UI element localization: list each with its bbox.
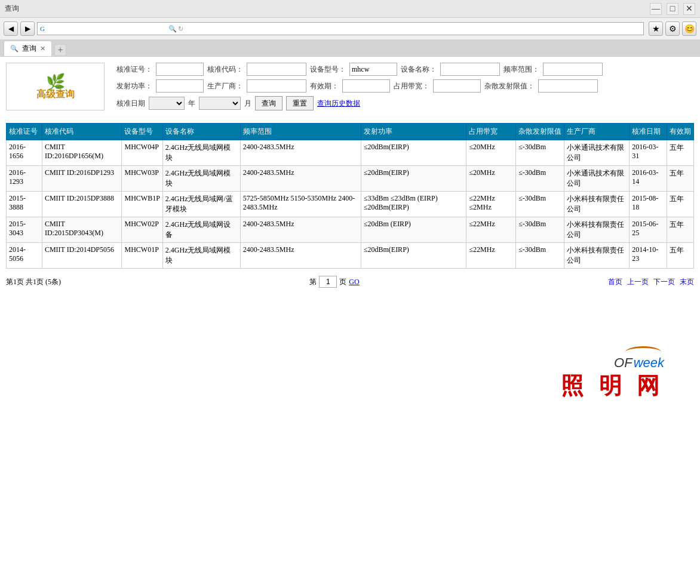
table-body: 2016-1656CMIIT ID:2016DP1656(M)MHCW04P2.… (7, 140, 694, 269)
emoji-icon[interactable]: 😊 (682, 21, 696, 36)
table-cell: 2400-2483.5MHz (240, 166, 361, 192)
week-text: week (634, 355, 664, 371)
input-power[interactable] (156, 79, 204, 93)
page-number-input[interactable] (319, 276, 337, 288)
input-manufacturer[interactable] (247, 79, 306, 93)
url-input[interactable]: http://www.srrc.org.cn/WP_ (47, 25, 166, 32)
label-device-type: 设备型号： (310, 64, 346, 75)
minimize-button[interactable]: — (650, 3, 662, 15)
forward-button[interactable]: ▶ (20, 21, 35, 36)
table-cell: ≤-30dBm (516, 192, 564, 217)
label-date: 核准日期 (116, 98, 145, 109)
pagination-info: 第1页 共1页 (5条) (6, 277, 61, 287)
address-bar[interactable]: G http://www.srrc.org.cn/WP_ 🔍 ↻ (37, 22, 644, 35)
table-cell: 五年 (667, 217, 693, 243)
label-hezhucode: 核准代码： (207, 64, 243, 75)
table-cell: ≤20dBm(EIRP) (361, 140, 466, 166)
table-cell: ≤-30dBm (516, 217, 564, 243)
form-row-2: 发射功率： 生产厂商： 有效期： 占用带宽： 杂散发射限值： (116, 79, 694, 93)
first-page-link[interactable]: 首页 (608, 277, 622, 287)
input-device-name[interactable] (440, 63, 500, 76)
col-manufacturer: 生产厂商 (564, 124, 630, 140)
table-cell: 2.4GHz无线局域网模块 (162, 140, 240, 166)
input-hezhucode[interactable] (247, 63, 306, 76)
page-go-button[interactable]: GO (349, 278, 359, 287)
title-text: 查询 (5, 4, 19, 14)
table-row: 2016-1293CMIIT ID:2016DP1293MHCW03P2.4GH… (7, 166, 694, 192)
col-bandwidth: 占用带宽 (466, 124, 516, 140)
table-cell: ≤-30dBm (516, 243, 564, 269)
table-cell: 2400-2483.5MHz (240, 140, 361, 166)
form-row-3: 核准日期 1234 5678 9101112 年 201420152016201… (116, 96, 694, 110)
col-hezhuzheng: 核准证号 (7, 124, 42, 140)
page-label: 第 (309, 277, 317, 287)
table-cell: 五年 (667, 192, 693, 217)
select-month[interactable]: 1234 5678 9101112 (149, 97, 185, 110)
close-button[interactable]: ✕ (683, 3, 695, 15)
table-cell: 2.4GHz无线局域网模块 (162, 166, 240, 192)
label-month: 月 (244, 98, 251, 109)
prev-page-link[interactable]: 上一页 (627, 277, 649, 287)
new-tab-button[interactable]: + (54, 44, 66, 56)
logo-box: 🌿 高级查询 (6, 63, 105, 110)
star-icon[interactable]: ★ (649, 21, 663, 36)
tab-bar: 🔍 查询 ✕ + (0, 39, 700, 56)
url-search-icon: 🔍 (168, 25, 177, 33)
active-tab[interactable]: 🔍 查询 ✕ (4, 41, 52, 56)
table-cell: ≤20MHz (466, 166, 516, 192)
reset-button[interactable]: 重置 (286, 96, 314, 110)
url-refresh-icon[interactable]: ↻ (178, 25, 183, 33)
pagination-right: 首页 上一页 下一页 末页 (608, 277, 694, 287)
settings-icon[interactable]: ⚙ (665, 21, 680, 36)
table-row: 2016-1656CMIIT ID:2016DP1656(M)MHCW04P2.… (7, 140, 694, 166)
table-cell: 2014-10-23 (630, 243, 667, 269)
col-spurious: 杂散发射限值 (516, 124, 564, 140)
table-cell: CMIIT ID:2016DP1293 (42, 166, 122, 192)
table-cell: 2016-1293 (7, 166, 42, 192)
page-content: 🌿 高级查询 核准证号： 核准代码： 设备型号： 设备名称： 频率范围： (0, 57, 700, 413)
input-hezhuzheng[interactable] (156, 63, 204, 76)
table-cell: 小米通讯技术有限公司 (564, 140, 630, 166)
table-cell: ≤33dBm ≤23dBm (EIRP) ≤20dBm(EIRP) (361, 192, 466, 217)
input-bandwidth[interactable] (433, 79, 481, 93)
col-device-model: 设备型号 (122, 124, 162, 140)
of-text: OF (614, 355, 633, 371)
titlebar: 查询 — □ ✕ (0, 0, 700, 18)
col-date: 核准日期 (630, 124, 667, 140)
nav-bar: ◀ ▶ G http://www.srrc.org.cn/WP_ 🔍 ↻ ★ ⚙… (0, 18, 700, 39)
query-button[interactable]: 查询 (255, 96, 283, 110)
table-cell: 2400-2483.5MHz (240, 217, 361, 243)
page-suffix: 页 (339, 277, 346, 287)
table-cell: ≤22MHz (466, 217, 516, 243)
select-year[interactable]: 2014201520162017 (199, 97, 241, 110)
table-cell: ≤20MHz (466, 140, 516, 166)
label-hezhuzheng: 核准证号： (116, 64, 152, 75)
input-spurious[interactable] (538, 79, 598, 93)
table-cell: 2016-03-31 (630, 140, 667, 166)
table-cell: MHCW04P (122, 140, 162, 166)
next-page-link[interactable]: 下一页 (653, 277, 675, 287)
table-cell: 小米科技有限责任公司 (564, 243, 630, 269)
header-section: 🌿 高级查询 核准证号： 核准代码： 设备型号： 设备名称： 频率范围： (6, 63, 694, 114)
input-freq-range[interactable] (543, 63, 603, 76)
tab-close-button[interactable]: ✕ (40, 45, 45, 53)
maximize-button[interactable]: □ (667, 3, 678, 15)
col-freq-range: 频率范围 (240, 124, 361, 140)
table-cell: MHCW03P (122, 166, 162, 192)
table-cell: ≤20dBm(EIRP) (361, 243, 466, 269)
table-cell: 小米科技有限责任公司 (564, 217, 630, 243)
last-page-link[interactable]: 末页 (680, 277, 694, 287)
input-valid-period[interactable] (342, 79, 390, 93)
table-cell: 2015-06-25 (630, 217, 667, 243)
label-spurious: 杂散发射限值： (484, 81, 535, 91)
table-cell: 2016-03-14 (630, 166, 667, 192)
input-device-type[interactable] (349, 63, 397, 76)
label-bandwidth: 占用带宽： (394, 81, 429, 91)
table-cell: 小米通讯技术有限公司 (564, 166, 630, 192)
back-button[interactable]: ◀ (4, 21, 18, 36)
table-cell: CMIIT ID:2014DP5056 (42, 243, 122, 269)
results-table: 核准证号 核准代码 设备型号 设备名称 频率范围 发射功率 占用带宽 杂散发射限… (6, 123, 694, 269)
history-link[interactable]: 查询历史数据 (317, 98, 360, 109)
table-cell: 2015-08-18 (630, 192, 667, 217)
table-cell: 5725-5850MHz 5150-5350MHz 2400-2483.5MHz (240, 192, 361, 217)
